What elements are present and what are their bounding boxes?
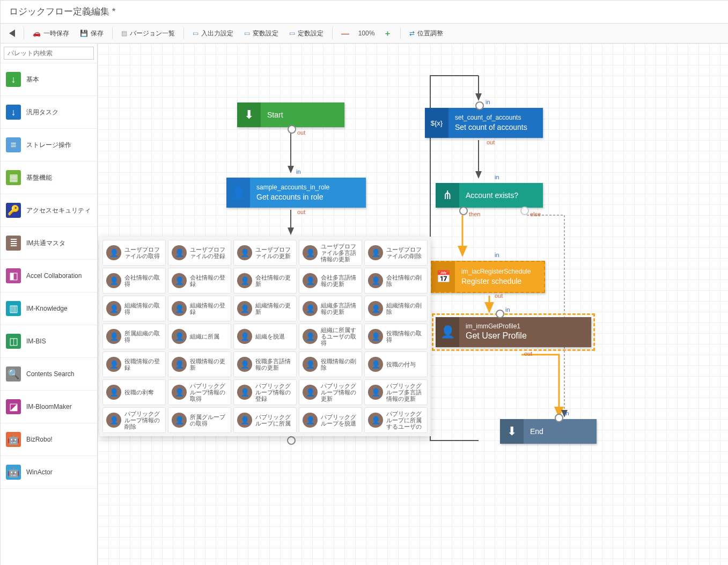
node-get-profile[interactable]: 👤 im_immGetProfile1 Get User Profile xyxy=(436,317,591,347)
node-exists-title: Account exists? xyxy=(466,190,518,200)
popup-item[interactable]: 👤ユーザプロファイルの取得 xyxy=(102,240,166,266)
zoom-in-button[interactable]: ＋ xyxy=(379,26,396,41)
node-sample-accounts[interactable]: 👤 sample_accounts_in_role Get accounts i… xyxy=(226,178,366,208)
var-settings-label: 変数設定 xyxy=(253,29,278,38)
palette-item-icon: ▦ xyxy=(6,170,21,185)
start-icon: ⬇ xyxy=(237,102,261,127)
popup-item-icon: 👤 xyxy=(106,245,121,260)
popup-item[interactable]: 👤組織情報の削除 xyxy=(364,296,428,321)
popup-item[interactable]: 👤役職情報の取得 xyxy=(364,324,428,349)
save-button[interactable]: 💾保存 xyxy=(76,27,108,40)
palette-item[interactable]: ◧Accel Collaboration xyxy=(1,260,97,292)
popup-item-icon: 👤 xyxy=(368,413,383,428)
popup-item[interactable]: 👤パブリックグループに所属 xyxy=(233,407,297,433)
popup-item[interactable]: 👤パブリックグループ情報の削除 xyxy=(102,407,166,433)
palette-item[interactable]: 🤖WinActor xyxy=(1,456,97,489)
popup-item[interactable]: 👤パブリックグループ多言語情報の更新 xyxy=(364,379,428,405)
port-in: in xyxy=(564,410,569,416)
popup-item[interactable]: 👤会社情報の登録 xyxy=(168,268,231,293)
temp-save-button[interactable]: 🚗一時保存 xyxy=(28,27,73,40)
palette-item[interactable]: ◫IM-BIS xyxy=(1,325,97,358)
var-settings-button[interactable]: ▭変数設定 xyxy=(240,27,283,40)
popup-item-icon: 👤 xyxy=(303,273,318,288)
popup-item[interactable]: 👤組織を脱退 xyxy=(233,324,297,349)
popup-item[interactable]: 👤組織多言語情報の更新 xyxy=(299,296,362,321)
popup-item-icon: 👤 xyxy=(303,329,318,344)
popup-item[interactable]: 👤組織情報の取得 xyxy=(102,296,166,321)
popup-item-label: 役職の付与 xyxy=(386,361,416,368)
popup-item[interactable]: 👤組織情報の更新 xyxy=(233,296,297,321)
calendar-icon: 📅 xyxy=(431,262,455,292)
palette-item[interactable]: 🔍Contents Search xyxy=(1,358,97,391)
popup-item[interactable]: 👤役職情報の削除 xyxy=(299,351,362,377)
popup-item-icon: 👤 xyxy=(303,413,318,428)
const-settings-button[interactable]: ▭定数設定 xyxy=(285,27,328,40)
back-button[interactable] xyxy=(5,27,19,39)
popup-item[interactable]: 👤パブリックグループに所属するユーザの xyxy=(364,407,428,433)
node-register-key: im_iacRegisterSchedule xyxy=(461,268,531,276)
node-end-title: End xyxy=(530,427,543,436)
palette-item[interactable]: ≡ストレージ操作 xyxy=(1,129,97,162)
popup-item[interactable]: 👤所属組織の取得 xyxy=(102,324,166,349)
popup-item[interactable]: 👤パブリックグループ情報の登録 xyxy=(233,379,297,405)
popup-item[interactable]: 👤会社多言語情報の更新 xyxy=(299,268,362,293)
palette-search-input[interactable] xyxy=(4,47,94,60)
node-start[interactable]: ⬇ Start xyxy=(237,102,344,127)
popup-item-label: 役職の剥奪 xyxy=(124,389,154,395)
node-end[interactable]: ⬇ End xyxy=(500,419,597,444)
zoom-out-button[interactable]: — xyxy=(337,27,354,40)
popup-item[interactable]: 👤パブリックグループを脱退 xyxy=(299,407,362,433)
popup-item[interactable]: 👤会社情報の削除 xyxy=(364,268,428,293)
node-set-count[interactable]: ${x} set_count_of_accounts Set count of … xyxy=(425,108,543,138)
port[interactable] xyxy=(288,125,296,134)
diskette-icon: 💾 xyxy=(80,30,88,37)
popup-item-label: 所属組織の取得 xyxy=(124,330,162,343)
port[interactable] xyxy=(459,207,468,215)
port[interactable] xyxy=(496,310,504,318)
popup-item-label: 会社情報の削除 xyxy=(386,274,424,287)
port[interactable] xyxy=(520,207,529,215)
popup-item[interactable]: 👤役職の剥奪 xyxy=(102,379,166,405)
popup-item[interactable]: 👤パブリックグループ情報の取得 xyxy=(168,379,231,405)
popup-item[interactable]: 👤所属グループの取得 xyxy=(168,407,231,433)
palette-item[interactable]: ▥IM-Knowledge xyxy=(1,292,97,325)
palette-item[interactable]: 🔑アクセスセキュリティ xyxy=(1,194,97,227)
popup-item[interactable]: 👤ユーザプロファイル多言語情報の更新 xyxy=(299,240,362,266)
popup-item[interactable]: 👤組織情報の登録 xyxy=(168,296,231,321)
save-label: 保存 xyxy=(91,29,104,38)
popup-item[interactable]: 👤組織に所属するユーザの取得 xyxy=(299,324,362,349)
popup-item[interactable]: 👤会社情報の更新 xyxy=(233,268,297,293)
popup-item[interactable]: 👤役職多言語情報の更新 xyxy=(233,351,297,377)
node-account-exists[interactable]: ⋔ Account exists? xyxy=(436,183,543,208)
palette-item-icon: ◧ xyxy=(6,268,21,283)
popup-item[interactable]: 👤組織に所属 xyxy=(168,324,231,349)
palette-item-label: IM-Knowledge xyxy=(26,305,68,312)
node-register-schedule[interactable]: 📅 im_iacRegisterSchedule Register schedu… xyxy=(430,261,545,293)
popup-item[interactable]: 👤ユーザプロファイルの更新 xyxy=(233,240,297,266)
popup-item[interactable]: 👤ユーザプロファイルの削除 xyxy=(364,240,428,266)
popup-item[interactable]: 👤役職情報の更新 xyxy=(168,351,231,377)
palette-item[interactable]: ≣IM共通マスタ xyxy=(1,227,97,260)
port[interactable] xyxy=(555,414,563,422)
palette-item[interactable]: ◪IM-BloomMaker xyxy=(1,391,97,423)
popup-item-icon: 👤 xyxy=(106,413,121,428)
popup-item[interactable]: 👤役職の付与 xyxy=(364,351,428,377)
palette-item[interactable]: ↓基本 xyxy=(1,63,97,96)
port[interactable] xyxy=(287,436,296,445)
io-settings-button[interactable]: ▭入出力設定 xyxy=(188,27,238,40)
end-icon: ⬇ xyxy=(500,419,524,444)
flow-canvas[interactable]: ⬇ Start out 👤 sample_accounts_in_role Ge… xyxy=(98,43,728,565)
popup-item[interactable]: 👤パブリックグループ情報の更新 xyxy=(299,379,362,405)
align-button[interactable]: ⇄位置調整 xyxy=(405,27,447,40)
palette-item[interactable]: ↓汎用タスク xyxy=(1,96,97,129)
palette-item-label: Contents Search xyxy=(26,370,74,378)
palette-item[interactable]: 🤖BizRobo! xyxy=(1,423,97,456)
popup-item[interactable]: 👤会社情報の取得 xyxy=(102,268,166,293)
popup-item-icon: 👤 xyxy=(172,413,187,428)
popup-item-label: 組織情報の更新 xyxy=(255,302,293,315)
versions-button[interactable]: ▤バージョン一覧 xyxy=(117,27,179,40)
popup-item[interactable]: 👤役職情報の登録 xyxy=(102,351,166,377)
popup-item[interactable]: 👤ユーザプロファイルの登録 xyxy=(168,240,231,266)
port[interactable] xyxy=(475,101,484,110)
palette-item[interactable]: ▦基盤機能 xyxy=(1,162,97,194)
